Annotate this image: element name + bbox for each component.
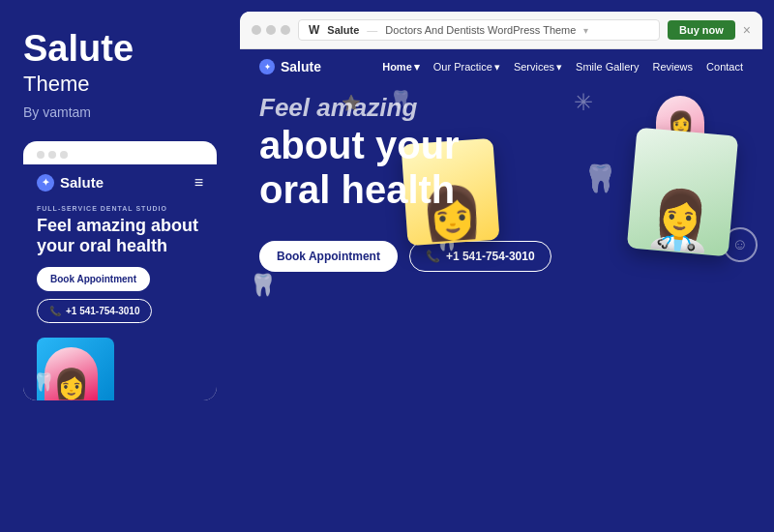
mobile-headline: Feel amazing about your oral health <box>37 216 203 267</box>
hero-photo-card-2: 👩‍⚕️ <box>627 128 738 257</box>
hero-line2: about your <box>259 123 569 167</box>
address-dropdown-icon[interactable]: ▾ <box>583 25 588 36</box>
hamburger-icon[interactable]: ≡ <box>194 174 203 192</box>
nav-link-practice[interactable]: Our Practice ▾ <box>433 61 500 74</box>
nav-link-reviews[interactable]: Reviews <box>653 61 694 73</box>
mobile-dot-1 <box>37 151 45 159</box>
mobile-dots <box>37 151 68 159</box>
site-hero: Feel amazing about your oral health Book… <box>240 84 762 272</box>
mobile-logo-text: Salute <box>60 174 104 191</box>
mobile-dot-3 <box>60 151 68 159</box>
mobile-card-body: Full-Service Dental Studio Feel amazing … <box>23 199 217 333</box>
address-logo: W <box>309 23 319 37</box>
nav-practice-arrow: ▾ <box>494 61 500 74</box>
hero-phone-button[interactable]: 📞 +1 541-754-3010 <box>409 241 551 272</box>
nav-services-arrow: ▾ <box>556 61 562 74</box>
address-separator: — <box>367 24 377 36</box>
mobile-card-header: ✦ Salute ≡ <box>23 164 217 199</box>
nav-link-gallery[interactable]: Smile Gallery <box>576 61 639 73</box>
nav-home-label: Home <box>382 61 412 73</box>
nav-link-home[interactable]: Home ▾ <box>382 61 420 74</box>
address-description: Doctors And Dentists WordPress Theme <box>385 24 576 36</box>
mobile-service-tag: Full-Service Dental Studio <box>37 199 203 216</box>
browser-chrome: W Salute — Doctors And Dentists WordPres… <box>240 12 762 49</box>
brand-title: Salute <box>23 29 217 70</box>
mobile-card-topbar <box>23 141 217 164</box>
hero-line1: Feel amazing <box>259 94 569 123</box>
heart-tooth-deco: 🦷 <box>583 163 617 194</box>
mobile-logo: ✦ Salute <box>37 174 104 192</box>
hero-book-button[interactable]: Book Appointment <box>259 241 398 272</box>
site-logo-icon: ✦ <box>259 59 275 74</box>
nav-services-label: Services <box>514 61 554 73</box>
browser-dot-3 <box>281 25 290 35</box>
brand-subtitle: Theme <box>23 72 217 97</box>
mobile-dot-2 <box>48 151 56 159</box>
hero-headline: Feel amazing about your oral health <box>259 94 569 212</box>
mobile-logo-icon: ✦ <box>37 174 54 192</box>
tooth-icon: 🦷 <box>33 371 54 393</box>
browser-address-bar[interactable]: W Salute — Doctors And Dentists WordPres… <box>298 19 660 41</box>
mobile-phone-button[interactable]: 📞 +1 541-754-3010 <box>37 299 152 323</box>
site-logo-text: Salute <box>281 59 321 74</box>
mobile-phone-number: +1 541-754-3010 <box>66 306 139 316</box>
mobile-card-image-area: 👩 🦷 <box>23 333 217 400</box>
mobile-btns: Book Appointment 📞 +1 541-754-3010 <box>37 267 203 333</box>
asterisk-deco: ✳ <box>574 89 593 116</box>
site-logo: ✦ Salute <box>259 59 321 74</box>
hero-line3: oral health <box>259 167 569 212</box>
browser-window-controls <box>252 25 290 35</box>
browser-dot-2 <box>266 25 276 35</box>
browser-window: W Salute — Doctors And Dentists WordPres… <box>240 12 762 532</box>
browser-dot-1 <box>252 25 261 35</box>
mobile-preview-card: ✦ Salute ≡ Full-Service Dental Studio Fe… <box>23 141 217 400</box>
nav-link-services[interactable]: Services ▾ <box>514 61 562 74</box>
browser-close-button[interactable]: × <box>743 22 751 38</box>
mobile-book-button[interactable]: Book Appointment <box>37 267 150 291</box>
tooth-deco-1: 🦷 <box>250 273 276 298</box>
nav-home-arrow: ▾ <box>414 61 420 74</box>
phone-icon: 📞 <box>49 306 61 316</box>
nav-practice-label: Our Practice <box>433 61 492 73</box>
site-content: ✦ Salute Home ▾ Our Practice ▾ Services … <box>240 49 762 532</box>
buy-now-button[interactable]: Buy now <box>668 20 735 40</box>
left-panel: Salute Theme By vamtam ✦ Salute ≡ Full-S… <box>0 0 240 532</box>
nav-gallery-label: Smile Gallery <box>576 61 639 73</box>
site-nav-links: Home ▾ Our Practice ▾ Services ▾ Smile G… <box>382 61 743 74</box>
address-site-name: Salute <box>327 24 359 36</box>
nav-reviews-label: Reviews <box>653 61 694 73</box>
nav-contact-label: Contact <box>706 61 743 73</box>
nav-link-contact[interactable]: Contact <box>706 61 743 73</box>
brand-by: By vamtam <box>23 104 217 120</box>
site-nav: ✦ Salute Home ▾ Our Practice ▾ Services … <box>240 49 762 84</box>
